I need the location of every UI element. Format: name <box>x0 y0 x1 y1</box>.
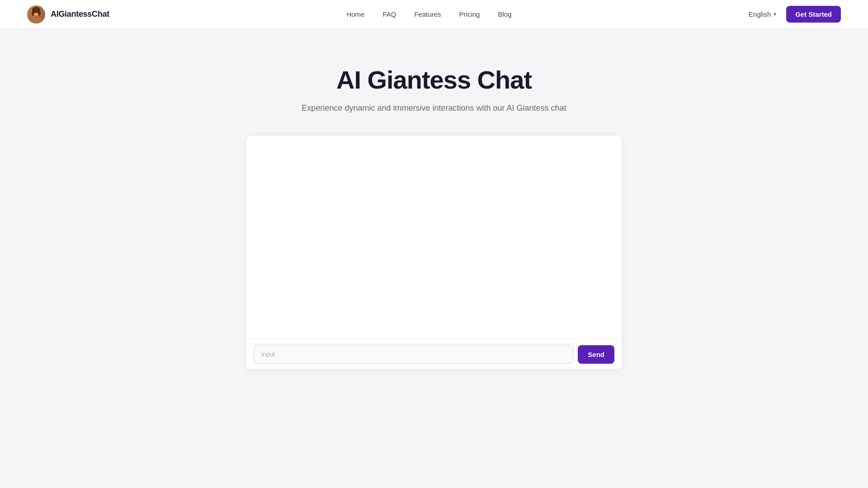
navbar: AIGiantessChat Home FAQ Features Pricing… <box>0 0 868 29</box>
hero-title: AI Giantess Chat <box>336 65 532 94</box>
brand-logo <box>27 5 45 23</box>
brand-label: AIGiantessChat <box>51 9 109 19</box>
nav-home[interactable]: Home <box>346 10 364 18</box>
nav-features[interactable]: Features <box>414 10 441 18</box>
svg-point-5 <box>38 10 41 16</box>
main-content: AI Giantess Chat Experience dynamic and … <box>0 29 868 387</box>
chat-input[interactable] <box>254 345 573 364</box>
chat-input-area: Send <box>246 339 622 369</box>
chat-messages <box>246 136 622 339</box>
navbar-right: English ▼ Get Started <box>749 6 841 23</box>
chat-container: Send <box>246 136 622 369</box>
nav-blog[interactable]: Blog <box>498 10 511 18</box>
nav-pricing[interactable]: Pricing <box>459 10 480 18</box>
send-button[interactable]: Send <box>578 345 614 364</box>
hero-subtitle: Experience dynamic and immersive interac… <box>302 103 566 113</box>
nav-links: Home FAQ Features Pricing Blog <box>346 10 511 18</box>
brand-area: AIGiantessChat <box>27 5 109 23</box>
nav-faq[interactable]: FAQ <box>382 10 396 18</box>
svg-point-4 <box>32 10 34 16</box>
language-selector[interactable]: English ▼ <box>749 10 777 18</box>
language-label: English <box>749 10 771 18</box>
svg-point-1 <box>30 16 42 23</box>
chevron-down-icon: ▼ <box>773 12 777 17</box>
get-started-button[interactable]: Get Started <box>786 6 841 23</box>
